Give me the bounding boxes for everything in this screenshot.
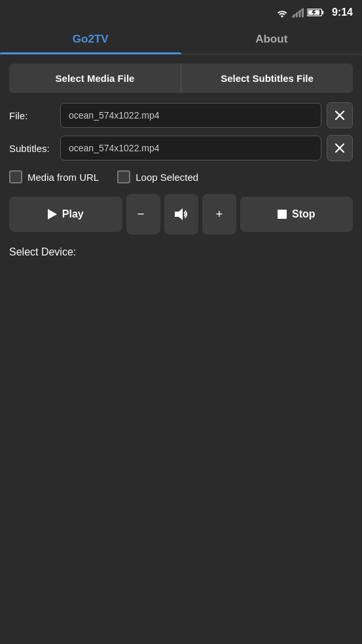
checkbox-row: Media from URL Loop Selected <box>9 170 353 183</box>
play-button[interactable]: Play <box>9 197 122 232</box>
main-content: Select Media File Select Subtitles File … <box>0 54 362 258</box>
svg-marker-14 <box>175 208 183 220</box>
wifi-icon <box>276 7 289 18</box>
svg-rect-6 <box>322 10 324 14</box>
stop-icon <box>278 210 287 219</box>
controls-row: Play − + Stop <box>9 194 353 235</box>
subtitles-input[interactable] <box>60 136 321 161</box>
subtitles-input-row: Subtitles: <box>9 135 353 161</box>
tab-about[interactable]: About <box>181 24 363 54</box>
speaker-icon <box>173 207 189 221</box>
close-icon <box>335 110 345 121</box>
volume-up-button[interactable]: + <box>202 194 236 235</box>
play-icon <box>48 209 57 219</box>
svg-marker-12 <box>48 209 57 219</box>
volume-down-button[interactable]: − <box>126 194 160 235</box>
subtitles-clear-button[interactable] <box>327 135 353 161</box>
status-time: 9:14 <box>332 7 353 18</box>
select-subtitles-button[interactable]: Select Subtitles File <box>181 64 353 93</box>
tab-go2tv[interactable]: Go2TV <box>0 24 181 54</box>
signal-off-icon <box>292 7 304 18</box>
loop-selected-checkbox[interactable]: Loop Selected <box>117 170 198 183</box>
media-from-url-checkbox[interactable]: Media from URL <box>9 170 99 183</box>
volume-down-icon: − <box>136 207 151 221</box>
svg-text:−: − <box>137 207 144 221</box>
file-clear-button[interactable] <box>327 102 353 128</box>
media-from-url-box <box>9 170 22 183</box>
stop-button[interactable]: Stop <box>240 197 353 232</box>
status-icons <box>276 7 324 18</box>
status-bar: 9:14 <box>0 0 362 24</box>
battery-icon <box>307 8 324 17</box>
volume-up-icon: + <box>212 207 226 221</box>
svg-text:+: + <box>215 207 223 221</box>
tabs-container: Go2TV About <box>0 24 362 54</box>
media-from-url-label: Media from URL <box>27 172 99 183</box>
svg-rect-16 <box>278 210 287 219</box>
close-icon <box>335 143 345 153</box>
volume-button[interactable] <box>164 194 198 235</box>
file-select-row: Select Media File Select Subtitles File <box>9 64 353 93</box>
select-media-button[interactable]: Select Media File <box>9 64 181 93</box>
select-device-label: Select Device: <box>9 246 353 258</box>
loop-selected-label: Loop Selected <box>136 172 198 183</box>
file-label: File: <box>9 110 55 121</box>
file-input[interactable] <box>60 103 321 128</box>
file-input-row: File: <box>9 102 353 128</box>
loop-selected-box <box>117 170 130 183</box>
subtitles-label: Subtitles: <box>9 143 55 154</box>
